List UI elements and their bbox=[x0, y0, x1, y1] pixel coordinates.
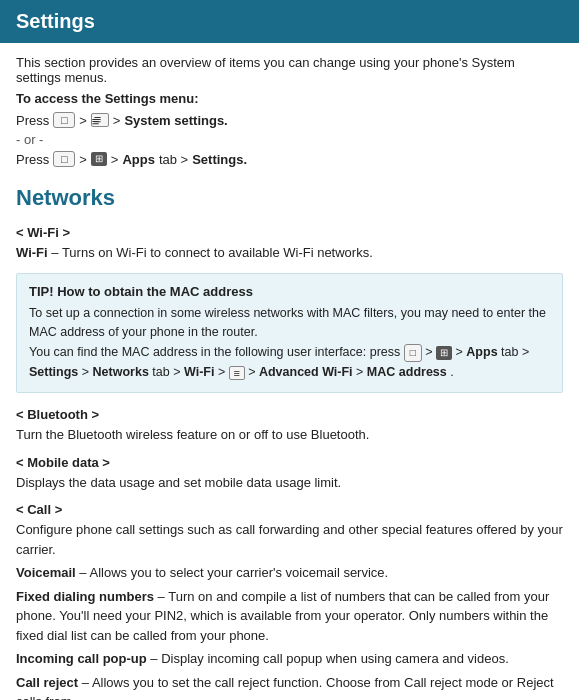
wifi-body: Wi-Fi – Turns on Wi-Fi to connect to ava… bbox=[16, 243, 563, 263]
fixeddial-label: Fixed dialing numbers bbox=[16, 589, 154, 604]
page-header: Settings bbox=[0, 0, 579, 43]
intro-section: This section provides an overview of ite… bbox=[16, 55, 563, 167]
tip-settings-label: Settings bbox=[29, 365, 78, 379]
press-line-1: Press □ > ≡ > System settings. bbox=[16, 112, 563, 128]
call-section: < Call > Configure phone call settings s… bbox=[16, 502, 563, 700]
incomingcall-body: – Display incoming call popup when using… bbox=[150, 651, 508, 666]
tip-advanced-wifi: Advanced Wi-Fi bbox=[259, 365, 353, 379]
tip-path2: > bbox=[248, 365, 259, 379]
arrow-4: > bbox=[111, 152, 119, 167]
bluetooth-body: Turn the Bluetooth wireless feature on o… bbox=[16, 425, 563, 445]
arrow-3: > bbox=[79, 152, 87, 167]
tip-apps-label: Apps bbox=[466, 345, 497, 359]
bluetooth-heading: < Bluetooth > bbox=[16, 407, 563, 422]
voicemail-para: Voicemail – Allows you to select your ca… bbox=[16, 563, 563, 583]
wifi-heading: < Wi-Fi > bbox=[16, 225, 563, 240]
wifi-section: < Wi-Fi > Wi-Fi – Turns on Wi-Fi to conn… bbox=[16, 225, 563, 263]
press-label-1: Press bbox=[16, 113, 49, 128]
arrow-1: > bbox=[79, 113, 87, 128]
tip-networks-tab: tab > bbox=[152, 365, 184, 379]
tip-body2-text: You can find the MAC address in the foll… bbox=[29, 345, 400, 359]
apps-label: Apps bbox=[122, 152, 155, 167]
networks-title: Networks bbox=[16, 185, 563, 211]
tip-arrow1: > bbox=[425, 345, 436, 359]
tip-title: TIP! How to obtain the MAC address bbox=[29, 284, 550, 299]
bluetooth-section: < Bluetooth > Turn the Bluetooth wireles… bbox=[16, 407, 563, 445]
mobiledata-body: Displays the data usage and set mobile d… bbox=[16, 473, 563, 493]
mobiledata-section: < Mobile data > Displays the data usage … bbox=[16, 455, 563, 493]
tab-label: tab > bbox=[159, 152, 188, 167]
callreject-para: Call reject – Allows you to set the call… bbox=[16, 673, 563, 700]
home-button-1[interactable]: □ bbox=[53, 112, 75, 128]
tip-home-btn: □ bbox=[404, 344, 422, 362]
wifi-desc: – Turns on Wi-Fi to connect to available… bbox=[51, 245, 373, 260]
incomingcall-label: Incoming call pop-up bbox=[16, 651, 147, 666]
tip-path-text: tab > bbox=[501, 345, 529, 359]
tip-mac-label: MAC address bbox=[367, 365, 447, 379]
or-divider: - or - bbox=[16, 132, 563, 147]
arrow-2: > bbox=[113, 113, 121, 128]
tip-wifi-label: Wi-Fi bbox=[184, 365, 214, 379]
tip-networks-label: Networks bbox=[93, 365, 149, 379]
menu-icon-1: ≡ bbox=[91, 113, 109, 127]
voicemail-label: Voicemail bbox=[16, 565, 76, 580]
callreject-body: – Allows you to set the call reject func… bbox=[16, 675, 554, 700]
fixeddial-para: Fixed dialing numbers – Turn on and comp… bbox=[16, 587, 563, 646]
access-label: To access the Settings menu: bbox=[16, 91, 563, 106]
press-label-2: Press bbox=[16, 152, 49, 167]
tip-menu-icon: ≡ bbox=[229, 366, 245, 380]
tip-gt3: > bbox=[356, 365, 367, 379]
tip-path-line: You can find the MAC address in the foll… bbox=[29, 342, 550, 382]
tip-gt: > bbox=[82, 365, 93, 379]
tip-period: . bbox=[450, 365, 453, 379]
page-content: This section provides an overview of ite… bbox=[0, 43, 579, 700]
incomingcall-para: Incoming call pop-up – Display incoming … bbox=[16, 649, 563, 669]
home-button-2[interactable]: □ bbox=[53, 151, 75, 167]
wifi-label: Wi-Fi bbox=[16, 245, 48, 260]
intro-overview: This section provides an overview of ite… bbox=[16, 55, 563, 85]
press-line-2: Press □ > ⊞ > Apps tab > Settings. bbox=[16, 151, 563, 167]
tip-grid-icon: ⊞ bbox=[436, 346, 452, 360]
page-title: Settings bbox=[16, 10, 563, 33]
grid-icon: ⊞ bbox=[91, 152, 107, 166]
call-heading: < Call > bbox=[16, 502, 563, 517]
tip-gt2: > bbox=[218, 365, 229, 379]
tip-body1: To set up a connection in some wireless … bbox=[29, 304, 550, 343]
tip-arrow2: > bbox=[456, 345, 467, 359]
system-settings-label: System settings. bbox=[124, 113, 227, 128]
settings-label-2: Settings. bbox=[192, 152, 247, 167]
mobiledata-heading: < Mobile data > bbox=[16, 455, 563, 470]
voicemail-body: – Allows you to select your carrier's vo… bbox=[79, 565, 388, 580]
call-body: Configure phone call settings such as ca… bbox=[16, 520, 563, 559]
tip-box: TIP! How to obtain the MAC address To se… bbox=[16, 273, 563, 394]
callreject-label: Call reject bbox=[16, 675, 78, 690]
